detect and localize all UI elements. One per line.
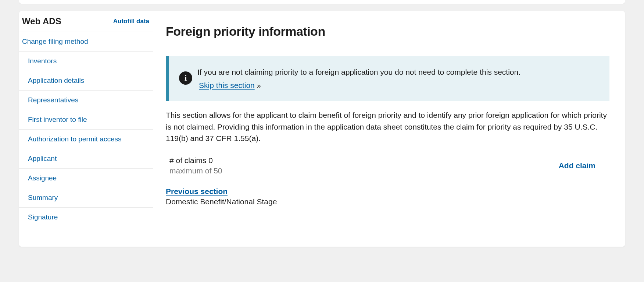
info-box: i If you are not claiming priority to a … [166,56,609,101]
sidebar-title: Web ADS [22,16,61,27]
sidebar-item-application-details[interactable]: Application details [19,71,153,90]
page-heading: Foreign priority information [166,24,609,47]
info-icon: i [179,71,192,85]
skip-section-link[interactable]: Skip this section [197,80,256,91]
sidebar-item-representatives[interactable]: Representatives [19,90,153,110]
info-text: If you are not claiming priority to a fo… [197,68,520,76]
main-card: Web ADS Autofill data Change filing meth… [19,11,625,247]
sidebar-item-first-inventor-to-file[interactable]: First inventor to file [19,110,153,129]
add-claim-button[interactable]: Add claim [559,161,609,170]
sidebar-item-summary[interactable]: Summary [19,188,153,207]
sidebar-item-inventors[interactable]: Inventors [19,51,153,71]
sidebar-item-assignee[interactable]: Assignee [19,168,153,188]
autofill-data-link[interactable]: Autofill data [113,18,149,25]
info-text-block: If you are not claiming priority to a fo… [197,66,520,91]
previous-section-label: Domestic Benefit/National Stage [166,197,609,206]
sidebar-item-authorization-to-permit-access[interactable]: Authorization to permit access [19,129,153,149]
chevron-right-icon: » [257,81,261,89]
claims-count: # of claims 0 [169,156,222,165]
previous-section-nav: Previous section Domestic Benefit/Nation… [166,187,609,206]
top-card-edge [19,0,625,4]
sidebar-header: Web ADS Autofill data [19,11,153,32]
main-content: Foreign priority information i If you ar… [153,11,625,247]
claims-max: maximum of 50 [169,166,222,175]
sidebar-item-applicant[interactable]: Applicant [19,149,153,168]
previous-section-link[interactable]: Previous section [166,187,228,196]
sidebar: Web ADS Autofill data Change filing meth… [19,11,153,247]
sidebar-item-change-filing-method[interactable]: Change filing method [19,32,153,51]
sidebar-item-signature[interactable]: Signature [19,207,153,227]
section-description: This section allows for the applicant to… [166,109,609,144]
claims-row: # of claims 0 maximum of 50 Add claim [166,156,609,175]
claims-info: # of claims 0 maximum of 50 [169,156,222,175]
